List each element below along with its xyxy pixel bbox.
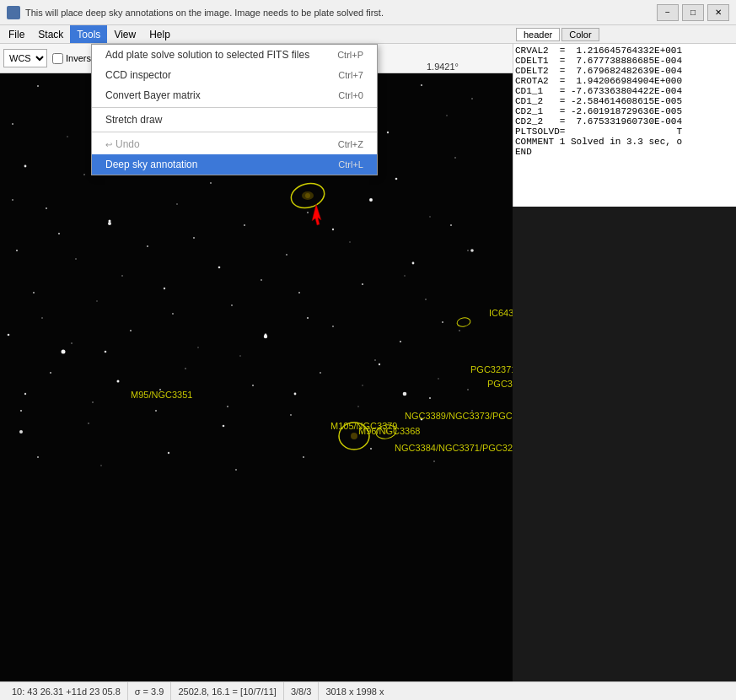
svg-point-50 bbox=[197, 347, 198, 347]
separator-1 bbox=[92, 107, 377, 108]
svg-point-47 bbox=[8, 334, 10, 337]
menu-file[interactable]: File bbox=[2, 25, 31, 43]
svg-point-102 bbox=[105, 351, 107, 353]
deep-sky-item[interactable]: Deep sky annotation Ctrl+L bbox=[92, 154, 377, 175]
svg-point-25 bbox=[46, 207, 47, 209]
ngc3389-annotation: NGC3389/NGC3373/PGC3230 bbox=[405, 411, 513, 421]
svg-point-73 bbox=[235, 469, 237, 471]
stretch-draw-item[interactable]: Stretch draw bbox=[92, 110, 377, 130]
svg-point-27 bbox=[176, 203, 178, 205]
ngc3384-annotation: NGC3384/NGC3371/PGC32292 bbox=[395, 443, 513, 453]
menu-stack[interactable]: Stack bbox=[31, 25, 70, 43]
close-button[interactable]: ✕ bbox=[707, 4, 729, 21]
header-tabs: header Color bbox=[513, 25, 736, 44]
svg-point-115 bbox=[467, 389, 469, 390]
svg-point-46 bbox=[425, 299, 427, 300]
undo-label: Undo bbox=[116, 138, 140, 150]
svg-point-98 bbox=[332, 229, 334, 230]
menu-view[interactable]: View bbox=[107, 25, 142, 43]
svg-point-67 bbox=[357, 406, 358, 407]
ccd-inspector-item[interactable]: CCD inspector Ctrl+7 bbox=[92, 65, 377, 85]
fits-header-panel[interactable]: CRVAL2 = 1.216645764332E+001 CDELT1 = 7.… bbox=[513, 44, 736, 207]
svg-point-63 bbox=[88, 423, 89, 424]
svg-point-62 bbox=[20, 410, 22, 412]
svg-point-18 bbox=[83, 174, 85, 175]
status-sigma: σ = 3.9 bbox=[128, 682, 172, 700]
fits-line-2: CDELT1 = 7.677738886685E-004 bbox=[515, 56, 734, 66]
app-icon bbox=[7, 6, 20, 19]
undo-shortcut: Ctrl+Z bbox=[338, 139, 363, 149]
svg-point-53 bbox=[400, 341, 401, 342]
wcs-select[interactable]: WCS bbox=[3, 49, 47, 67]
color-button[interactable]: Color bbox=[561, 28, 599, 41]
svg-point-80 bbox=[470, 249, 474, 252]
title-bar: This will place deep sky annotations on … bbox=[0, 0, 736, 25]
svg-point-9 bbox=[12, 123, 13, 125]
svg-point-49 bbox=[130, 330, 132, 331]
status-coords: 10: 43 26.31 +11d 23 05.8 bbox=[5, 682, 128, 700]
svg-point-96 bbox=[193, 237, 195, 239]
add-plate-solve-item[interactable]: Add plate solve solution to selected FIT… bbox=[92, 45, 377, 65]
maximize-button[interactable]: □ bbox=[682, 4, 704, 21]
menu-help[interactable]: Help bbox=[142, 25, 177, 43]
window-controls: − □ ✕ bbox=[657, 4, 729, 21]
svg-point-24 bbox=[454, 157, 456, 159]
svg-point-118 bbox=[19, 430, 23, 433]
svg-point-65 bbox=[223, 425, 225, 428]
menu-tools[interactable]: Tools bbox=[70, 25, 107, 43]
ccd-inspector-shortcut: Ctrl+7 bbox=[338, 70, 363, 80]
svg-point-76 bbox=[433, 460, 435, 462]
svg-point-99 bbox=[404, 275, 405, 276]
add-plate-solve-label: Add plate solve solution to selected FIT… bbox=[105, 49, 309, 61]
fits-line-7: CD2_1 = -2.601918729636E-005 bbox=[515, 106, 734, 116]
svg-point-77 bbox=[108, 222, 111, 225]
fits-line-5: CD1_1 = -7.673363804422E-004 bbox=[515, 86, 734, 96]
svg-point-41 bbox=[96, 300, 97, 301]
svg-point-72 bbox=[168, 452, 169, 454]
svg-point-56 bbox=[117, 380, 120, 383]
fits-line-11: END bbox=[515, 147, 734, 157]
undo-item[interactable]: ↩ Undo Ctrl+Z bbox=[92, 134, 377, 154]
svg-point-106 bbox=[374, 359, 376, 361]
svg-point-55 bbox=[50, 372, 51, 374]
svg-point-103 bbox=[172, 313, 174, 315]
m105-annotation: M105/NGC3379 bbox=[330, 421, 398, 431]
separator-2 bbox=[92, 132, 377, 132]
pgc32371-annotation: PGC32371/CGCG66- bbox=[470, 364, 513, 374]
svg-point-64 bbox=[155, 410, 157, 412]
coords-text: 10: 43 26.31 +11d 23 05.8 bbox=[12, 687, 121, 697]
status-position: 2502.8, 16.1 = [10/7/11] bbox=[171, 682, 284, 700]
ccd-inspector-label: CCD inspector bbox=[105, 69, 171, 81]
fits-line-4: CROTA2 = 1.942066984904E+000 bbox=[515, 76, 734, 86]
svg-point-44 bbox=[298, 292, 300, 293]
ic643-annotation: IC643/PGC32392 bbox=[489, 308, 513, 318]
svg-point-108 bbox=[24, 393, 26, 395]
zoom-value: 1.9421° bbox=[427, 62, 459, 72]
inverse-mouse-wheel-checkbox[interactable] bbox=[52, 53, 63, 64]
svg-point-105 bbox=[307, 317, 309, 319]
fits-line-6: CD1_2 = -2.584614608615E-005 bbox=[515, 96, 734, 106]
svg-point-60 bbox=[379, 363, 380, 365]
svg-point-107 bbox=[442, 321, 443, 323]
svg-point-100 bbox=[450, 224, 452, 226]
convert-bayer-item[interactable]: Convert Bayer matrix Ctrl+0 bbox=[92, 85, 377, 105]
convert-bayer-label: Convert Bayer matrix bbox=[105, 89, 201, 101]
svg-point-15 bbox=[387, 132, 389, 133]
status-bar: 10: 43 26.31 +11d 23 05.8 σ = 3.9 2502.8… bbox=[0, 681, 736, 700]
svg-point-40 bbox=[33, 292, 35, 293]
header-tab-button[interactable]: header bbox=[516, 28, 560, 41]
svg-point-95 bbox=[121, 275, 123, 277]
svg-point-29 bbox=[307, 212, 309, 213]
svg-point-111 bbox=[227, 406, 228, 407]
fits-line-9: PLTSOLVD= T bbox=[515, 127, 734, 137]
svg-point-54 bbox=[459, 330, 460, 331]
svg-point-28 bbox=[244, 224, 245, 226]
status-page: 3/8/3 bbox=[284, 682, 319, 700]
minimize-button[interactable]: − bbox=[657, 4, 679, 21]
svg-point-86 bbox=[305, 193, 310, 198]
svg-point-112 bbox=[294, 393, 297, 396]
svg-point-97 bbox=[261, 279, 262, 281]
svg-point-20 bbox=[210, 182, 212, 184]
fits-line-3: CDELT2 = 7.679682482639E-004 bbox=[515, 66, 734, 76]
svg-point-8 bbox=[471, 98, 473, 100]
